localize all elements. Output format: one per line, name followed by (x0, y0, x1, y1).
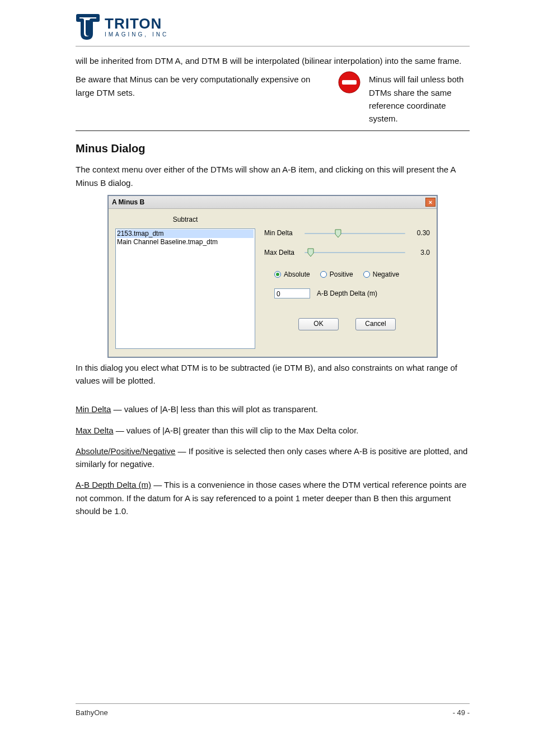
dialog-title: A Minus B (112, 197, 144, 208)
warning-right-text: Minus will fail unless both DTMs share t… (369, 73, 470, 125)
radio-label: Negative (373, 269, 399, 280)
radio-icon (274, 271, 281, 278)
radio-positive[interactable]: Positive (320, 269, 353, 280)
radio-icon (320, 271, 327, 278)
section-divider (76, 130, 470, 131)
no-entry-icon (338, 71, 361, 97)
spec-depth-label: A-B Depth Delta (m) (76, 480, 151, 489)
max-delta-row: Max Delta 3.0 (264, 248, 430, 258)
footer-right: - 49 - (453, 708, 470, 717)
depth-delta-input[interactable]: 0 (274, 288, 310, 298)
min-delta-slider[interactable] (305, 229, 405, 238)
max-delta-slider[interactable] (305, 248, 405, 257)
list-item[interactable]: 2153.tmap_dtm (117, 230, 254, 238)
spec-min-delta-desc: — values of |A-B| less than this will pl… (111, 404, 318, 414)
radio-negative[interactable]: Negative (363, 269, 399, 280)
header-divider (76, 46, 470, 46)
depth-delta-label: A-B Depth Delta (m) (317, 288, 377, 299)
spec-list: Min Delta — values of |A-B| less than th… (76, 403, 470, 517)
cancel-button[interactable]: Cancel (355, 318, 396, 330)
radio-absolute[interactable]: Absolute (274, 269, 310, 280)
warning-left-text: Be aware that Minus can be very computat… (76, 73, 330, 99)
logo-title: TRITON (105, 16, 168, 31)
min-delta-value: 0.30 (411, 228, 430, 239)
logo-text: TRITON IMAGING, INC (105, 16, 168, 38)
dtm-listbox[interactable]: 2153.tmap_dtm Main Channel Baseline.tmap… (115, 228, 255, 349)
max-delta-value: 3.0 (411, 248, 430, 258)
dialog-titlebar: A Minus B × (109, 196, 437, 209)
ok-button[interactable]: OK (298, 318, 339, 330)
footer-left: BathyOne (76, 708, 108, 717)
sign-radio-group: Absolute Positive Negative (264, 269, 430, 280)
min-delta-row: Min Delta 0.30 (264, 228, 430, 239)
dialog-caption: In this dialog you elect what DTM is to … (76, 361, 470, 388)
spec-radios-label: Absolute/Positive/Negative (76, 446, 175, 456)
intro-paragraph: will be inherited from DTM A, and DTM B … (76, 54, 470, 67)
logo-subtitle: IMAGING, INC (105, 32, 168, 38)
section-intro-paragraph: The context menu over either of the DTMs… (76, 163, 470, 189)
spec-max-delta-desc: — values of |A-B| greater than this will… (114, 426, 359, 435)
spec-min-delta-label: Min Delta (76, 404, 111, 414)
min-delta-label: Min Delta (264, 228, 299, 239)
subtract-label: Subtract (115, 214, 255, 225)
logo: TRITON IMAGING, INC (76, 13, 470, 40)
page-footer: BathyOne - 49 - (76, 703, 470, 717)
max-delta-label: Max Delta (264, 248, 299, 258)
section-heading: Minus Dialog (76, 140, 470, 157)
close-icon[interactable]: × (425, 198, 435, 207)
a-minus-b-dialog: A Minus B × Subtract 2153.tmap_dtm Main … (107, 195, 438, 358)
spec-max-delta-label: Max Delta (76, 426, 114, 435)
radio-icon (363, 271, 370, 278)
svg-rect-1 (342, 80, 357, 85)
radio-label: Positive (330, 269, 353, 280)
radio-label: Absolute (284, 269, 310, 280)
list-item[interactable]: Main Channel Baseline.tmap_dtm (117, 238, 254, 246)
depth-delta-row: 0 A-B Depth Delta (m) (264, 288, 430, 299)
warning-block: Be aware that Minus can be very computat… (76, 73, 470, 125)
logo-mark-icon (76, 13, 100, 40)
